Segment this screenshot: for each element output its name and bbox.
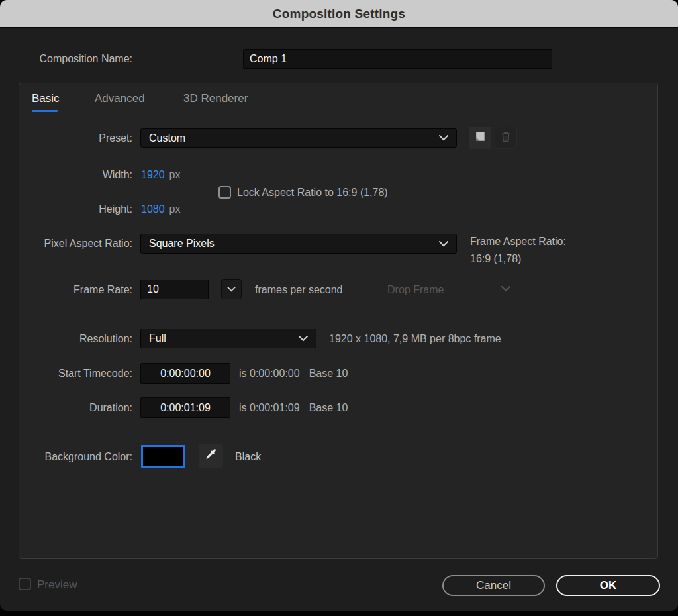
resolution-label: Resolution: (79, 333, 132, 345)
titlebar: Composition Settings (0, 0, 678, 28)
background-color-swatch[interactable] (141, 445, 185, 468)
drop-frame-label: Drop Frame (387, 284, 444, 295)
width-label: Width: (103, 169, 132, 181)
chevron-down-icon (299, 336, 308, 342)
chevron-down-icon (227, 287, 236, 292)
height-number: 1080 (141, 203, 165, 215)
duration-value: 0:00:01:09 (160, 402, 211, 414)
preset-value: Custom (149, 132, 439, 144)
chevron-down-icon (439, 135, 448, 141)
preset-dropdown[interactable]: Custom (140, 128, 457, 148)
eyedropper-icon (204, 448, 218, 464)
width-number: 1920 (141, 169, 165, 180)
background-color-label: Background Color: (44, 451, 132, 463)
dialog-title: Composition Settings (273, 7, 405, 21)
composition-name-label: Composition Name: (40, 53, 133, 65)
frame-aspect-ratio-label: Frame Aspect Ratio: (470, 236, 566, 248)
duration-base: Base 10 (309, 402, 348, 413)
lock-aspect-label: Lock Aspect Ratio to 16:9 (1,78) (237, 187, 388, 199)
width-unit: px (170, 169, 181, 180)
frame-rate-value: 10 (147, 283, 159, 295)
composition-name-input[interactable]: Comp 1 (243, 49, 552, 69)
start-timecode-info: is 0:00:00:00Base 10 (239, 368, 348, 380)
pixel-aspect-ratio-label: Pixel Aspect Ratio: (44, 238, 132, 250)
trash-icon (500, 130, 512, 146)
delete-preset-button[interactable] (495, 127, 517, 149)
frame-aspect-ratio-value: 16:9 (1,78) (470, 253, 521, 265)
preset-label: Preset: (99, 132, 132, 144)
start-timecode-value: 0:00:00:00 (160, 368, 211, 380)
duration-input[interactable]: 0:00:01:09 (140, 397, 230, 418)
frame-rate-label: Frame Rate: (73, 284, 132, 296)
resolution-value: Full (149, 333, 299, 344)
eyedropper-button[interactable] (199, 444, 223, 468)
frames-per-second-label: frames per second (255, 284, 343, 296)
resolution-info: 1920 x 1080, 7,9 MB per 8bpc frame (329, 333, 501, 345)
background-color-name: Black (235, 451, 261, 463)
chevron-down-icon (439, 241, 448, 247)
pixel-aspect-ratio-dropdown[interactable]: Square Pixels (140, 234, 457, 254)
chevron-down-icon (501, 286, 510, 292)
width-value[interactable]: 1920px (141, 169, 181, 181)
separator (30, 431, 646, 431)
preview-checkbox[interactable] (19, 578, 31, 590)
duration-info: is 0:00:01:09Base 10 (239, 402, 348, 414)
height-label: Height: (99, 203, 132, 215)
duration-is: is 0:00:01:09 (239, 402, 300, 413)
height-unit: px (170, 203, 181, 215)
frame-rate-dropdown-button[interactable] (221, 279, 242, 299)
resolution-dropdown[interactable]: Full (140, 329, 316, 348)
separator (30, 313, 646, 313)
start-timecode-is: is 0:00:00:00 (239, 368, 300, 379)
start-timecode-label: Start Timecode: (58, 368, 132, 380)
composition-name-value: Comp 1 (250, 53, 287, 65)
cancel-button[interactable]: Cancel (442, 575, 545, 596)
drop-frame-dropdown: Drop Frame (387, 284, 444, 296)
save-preset-icon (473, 130, 487, 146)
duration-label: Duration: (89, 402, 132, 414)
preview-label: Preview (37, 578, 77, 591)
tab-panel (19, 83, 658, 559)
lock-aspect-checkbox[interactable] (218, 186, 231, 199)
save-preset-button[interactable] (469, 127, 491, 149)
start-timecode-input[interactable]: 0:00:00:00 (140, 363, 230, 384)
tab-advanced[interactable]: Advanced (95, 92, 145, 105)
tab-basic[interactable]: Basic (32, 92, 60, 105)
pixel-aspect-ratio-value: Square Pixels (149, 238, 439, 250)
start-timecode-base: Base 10 (309, 368, 348, 379)
frame-rate-input[interactable]: 10 (140, 280, 209, 299)
active-tab-indicator (32, 110, 58, 112)
composition-settings-dialog: Composition Settings Composition Name: C… (0, 0, 678, 611)
tab-3d-renderer[interactable]: 3D Renderer (183, 92, 248, 105)
height-value[interactable]: 1080px (141, 203, 181, 215)
ok-button[interactable]: OK (556, 575, 660, 596)
